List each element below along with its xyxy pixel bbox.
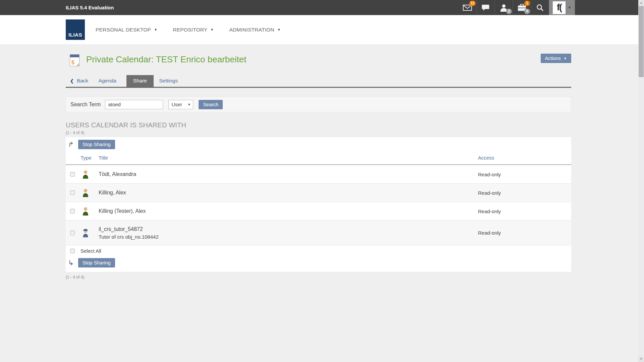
- row-access: Read-only: [478, 190, 571, 196]
- list-count-top: (1 - 4 of 4): [66, 130, 571, 135]
- chevron-down-icon: ▼: [277, 28, 281, 32]
- main-nav: ILIAS PERSONAL DESKTOP ▼ REPOSITORY ▼ AD…: [0, 15, 644, 44]
- menu-personal-desktop[interactable]: PERSONAL DESKTOP ▼: [96, 27, 157, 33]
- row-checkbox[interactable]: [70, 209, 75, 214]
- column-title[interactable]: Title: [99, 155, 478, 161]
- scrollbar-thumb[interactable]: [639, 6, 644, 77]
- calendar-icon-header: [70, 55, 79, 57]
- page-title: Private Calendar: TEST Enrico bearbeitet: [86, 54, 246, 65]
- search-type-select[interactable]: User: [168, 100, 193, 109]
- column-access[interactable]: Access: [478, 155, 571, 161]
- row-checkbox[interactable]: [70, 190, 75, 195]
- apply-down-arrow-icon: ↳: [68, 259, 74, 266]
- tab-settings[interactable]: Settings: [159, 75, 178, 87]
- content-area: 5 Private Calendar: TEST Enrico bearbeit…: [0, 44, 644, 362]
- apply-up-arrow-icon: ↱: [68, 141, 74, 148]
- chat-icon[interactable]: [476, 0, 494, 15]
- main-menu: PERSONAL DESKTOP ▼ REPOSITORY ▼ ADMINIST…: [96, 15, 281, 44]
- row-access: Read-only: [478, 208, 571, 214]
- tab-agenda[interactable]: Agenda: [98, 75, 116, 87]
- user-avatar-icon: [82, 188, 89, 197]
- tab-back[interactable]: ❮ Back: [70, 75, 88, 87]
- actions-button[interactable]: Actions ▼: [541, 54, 571, 63]
- row-title: Killing, Alex: [99, 190, 478, 196]
- stop-sharing-button-top[interactable]: Stop Sharing: [78, 140, 115, 149]
- tab-share[interactable]: Share: [126, 75, 154, 87]
- menu-administration[interactable]: ADMINISTRATION ▼: [229, 27, 280, 33]
- magnifier-icon: [536, 4, 544, 11]
- avatar: f(: [553, 1, 566, 14]
- table-row: il_crs_tutor_54872 Tutor of crs obj_no.1…: [66, 220, 571, 245]
- calendar-icon: 5: [70, 54, 79, 66]
- top-bar: ILIAS 5.4 Evaluation 12 2: [0, 0, 644, 15]
- tasks-count-badge-top: 1: [524, 1, 530, 6]
- scroll-down-icon[interactable]: ▼: [638, 356, 644, 362]
- table-row: Tödt, Alexandra Read-only: [66, 165, 571, 183]
- contacts-count-badge: 2: [506, 9, 512, 14]
- menu-label: ADMINISTRATION: [229, 27, 274, 33]
- row-checkbox[interactable]: [70, 231, 75, 235]
- table-header: Type Title Access: [66, 152, 571, 165]
- search-icon[interactable]: [531, 0, 549, 15]
- row-checkbox[interactable]: [70, 172, 75, 177]
- tasks-icon[interactable]: 1 0: [513, 0, 531, 15]
- shared-users-table: ↱ Stop Sharing Type Title Access Tödt, A…: [66, 137, 571, 272]
- table-toolbar-bottom: ↳ Stop Sharing: [66, 256, 571, 272]
- row-title: Tödt, Alexandra: [99, 171, 478, 177]
- user-avatar-icon: [82, 170, 89, 179]
- ilias-logo[interactable]: ILIAS: [66, 19, 85, 40]
- page-header: 5 Private Calendar: TEST Enrico bearbeit…: [66, 54, 571, 68]
- chevron-down-icon: ▼: [564, 57, 567, 60]
- select-all-row: Select All: [66, 245, 571, 256]
- row-title: il_crs_tutor_54872: [99, 226, 478, 232]
- select-all-label: Select All: [80, 248, 571, 254]
- tab-underline: [66, 87, 571, 88]
- scroll-up-icon[interactable]: ▲: [638, 0, 644, 6]
- menu-label: REPOSITORY: [173, 27, 207, 33]
- page-scrollbar[interactable]: ▲ ▼: [638, 0, 644, 362]
- row-subtitle: Tutor of crs obj_no.108442: [99, 234, 478, 240]
- table-toolbar-top: ↱ Stop Sharing: [66, 137, 571, 152]
- select-all-checkbox[interactable]: [70, 249, 75, 253]
- calendar-icon-day: 5: [71, 60, 74, 66]
- row-access: Read-only: [478, 172, 571, 177]
- search-term-label: Search Term: [70, 102, 101, 108]
- mail-count-badge: 12: [469, 1, 476, 6]
- tab-bar: ❮ Back Agenda Share Settings: [66, 75, 571, 87]
- column-type[interactable]: Type: [80, 155, 99, 161]
- search-type-select-wrap: User ▼: [168, 100, 193, 109]
- row-title: Killing (Tester), Alex: [99, 208, 478, 214]
- search-input[interactable]: [105, 100, 163, 109]
- system-title: ILIAS 5.4 Evaluation: [66, 0, 114, 15]
- speech-bubble-icon: [482, 4, 489, 11]
- top-bar-icons: 12 2 1 0: [458, 0, 575, 15]
- chevron-down-icon: ▼: [568, 6, 571, 9]
- mail-icon[interactable]: 12: [458, 0, 476, 15]
- actions-button-label: Actions: [545, 56, 561, 61]
- tasks-count-badge-bottom: 0: [524, 9, 530, 14]
- search-button[interactable]: Search: [199, 100, 223, 109]
- menu-repository[interactable]: REPOSITORY ▼: [173, 27, 214, 33]
- user-avatar-icon: [82, 207, 89, 216]
- contacts-icon[interactable]: 2: [494, 0, 513, 15]
- stop-sharing-button-bottom[interactable]: Stop Sharing: [78, 258, 115, 267]
- user-menu[interactable]: f( ▼: [549, 0, 575, 15]
- list-count-bottom: (1 - 4 of 4): [66, 275, 571, 280]
- menu-label: PERSONAL DESKTOP: [96, 27, 151, 33]
- chevron-left-icon: ❮: [70, 78, 74, 83]
- tab-back-label: Back: [77, 78, 88, 84]
- chevron-down-icon: ▼: [210, 28, 214, 32]
- row-access: Read-only: [478, 230, 571, 236]
- chevron-down-icon: ▼: [154, 28, 157, 32]
- search-panel: Search Term User ▼ Search: [66, 97, 571, 112]
- table-row: Killing (Tester), Alex Read-only: [66, 202, 571, 220]
- role-avatar-icon: [82, 229, 89, 237]
- table-row: Killing, Alex Read-only: [66, 183, 571, 202]
- list-heading: USERS CALENDAR IS SHARED WITH: [66, 121, 571, 129]
- calendar-icon-fold: [76, 63, 79, 66]
